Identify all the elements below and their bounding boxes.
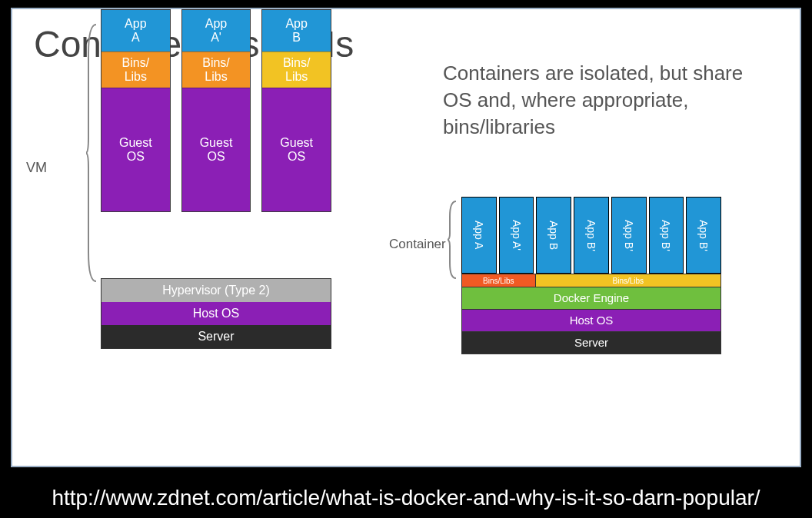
- container-bracket-icon: [448, 200, 457, 280]
- source-url: http://www.zdnet.com/article/what-is-doc…: [0, 486, 812, 510]
- container-app: App B: [536, 197, 571, 274]
- vm-column: AppA'Bins/LibsGuestOS: [181, 9, 251, 212]
- container-bins-left: Bins/Libs: [461, 274, 536, 287]
- vm-bracket-icon: [86, 23, 97, 283]
- vm-column: AppBBins/LibsGuestOS: [261, 9, 331, 212]
- vm-app-layer: AppA': [182, 10, 251, 51]
- container-app: App A': [499, 197, 534, 274]
- docker-engine-layer: Docker Engine: [461, 287, 721, 310]
- vm-bins-layer: Bins/Libs: [262, 51, 331, 88]
- container-app: App B': [686, 197, 721, 274]
- container-label: Container: [389, 237, 446, 252]
- vm-diagram: AppABins/LibsGuestOSAppA'Bins/LibsGuestO…: [101, 9, 331, 212]
- vm-bins-layer: Bins/Libs: [102, 51, 170, 88]
- container-app: App A: [461, 197, 497, 274]
- container-server-layer: Server: [461, 332, 721, 354]
- vm-base-stack: Hypervisor (Type 2) Host OS Server: [101, 278, 331, 349]
- vm-app-layer: AppB: [262, 10, 331, 51]
- vm-server-layer: Server: [102, 325, 331, 348]
- container-host-os-layer: Host OS: [461, 310, 721, 332]
- vm-guest-os-layer: GuestOS: [262, 88, 331, 211]
- slide-card: Containers vs. VMs VM AppABins/LibsGuest…: [11, 8, 801, 467]
- container-app: App B': [649, 197, 684, 274]
- hypervisor-layer: Hypervisor (Type 2): [102, 279, 331, 302]
- vm-label: VM: [26, 160, 47, 176]
- slide-stage: Containers vs. VMs VM AppABins/LibsGuest…: [0, 0, 812, 518]
- vm-host-os-layer: Host OS: [102, 302, 331, 325]
- container-bins-right: Bins/Libs: [536, 274, 721, 287]
- vm-column: AppABins/LibsGuestOS: [101, 9, 171, 212]
- container-app: App B': [574, 197, 609, 274]
- description-text: Containers are isolated, but share OS an…: [443, 60, 766, 141]
- container-app: App B': [611, 197, 647, 274]
- vm-guest-os-layer: GuestOS: [102, 88, 170, 211]
- vm-bins-layer: Bins/Libs: [182, 51, 251, 88]
- vm-guest-os-layer: GuestOS: [182, 88, 251, 211]
- container-bins-row: Bins/Libs Bins/Libs: [461, 274, 721, 287]
- container-diagram: App AApp A'App BApp B'App B'App B'App B'…: [461, 197, 721, 354]
- vm-app-layer: AppA: [102, 10, 170, 51]
